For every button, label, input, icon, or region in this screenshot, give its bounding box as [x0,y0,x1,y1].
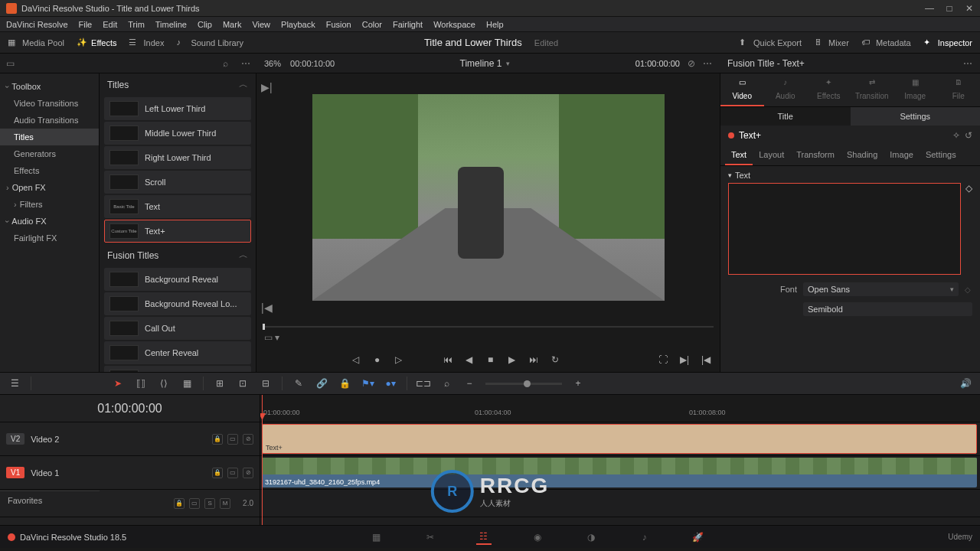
text-keyframe-icon[interactable]: ◇ [965,183,972,194]
favorites-section[interactable]: Favorites [0,491,100,510]
search-icon[interactable]: ⌕ [223,58,234,69]
clip-video[interactable]: 3192167-uhd_3840_2160_25fps.mp4 [262,458,977,487]
menu-timeline[interactable]: Timeline [155,20,187,29]
cat-fairlightfx[interactable]: Fairlight FX [0,230,99,246]
bypass-icon[interactable]: ⊘ [688,58,695,69]
menu-help[interactable]: Help [486,20,504,29]
text-tab-shading[interactable]: Shading [841,145,884,165]
viewer-zoom[interactable]: 36% [264,59,281,68]
timeline-ruler[interactable]: 01:00:00:00 01:00:04:00 01:00:08:00 [260,395,980,422]
viewer-scrubber[interactable] [256,321,720,332]
viewer-menu-icon[interactable]: ⋯ [703,58,712,69]
track-record-icon[interactable]: ▭ [189,498,200,509]
page-edit[interactable]: ☷ [476,530,492,545]
text-section-header[interactable]: ▾Text [728,171,972,180]
ft-center-reveal[interactable]: Center Reveal [104,341,251,364]
match-frame-icon[interactable]: ▶| [261,81,273,93]
font-keyframe-icon[interactable]: ◇ [965,285,972,294]
menu-view[interactable]: View [252,20,270,29]
page-media[interactable]: ▦ [369,530,384,545]
close-button[interactable]: ✕ [965,4,974,13]
goto-end-button[interactable]: ⏭ [528,354,540,366]
dynamic-trim-icon[interactable]: ⟨⟩ [157,377,171,390]
page-fairlight[interactable]: ♪ [637,530,652,545]
last-clip-icon[interactable]: |◀ [700,354,712,366]
title-item-text-plus[interactable]: Custom TitleText+ [104,220,251,243]
page-cut[interactable]: ✂ [423,530,438,545]
panel-view-icon[interactable]: ▭ [6,58,15,69]
track-v2[interactable]: Text+ [260,422,980,456]
text-tab-layout[interactable]: Layout [753,145,790,165]
cat-effects[interactable]: Effects [0,162,99,179]
keyframe-nav-icon[interactable]: ✧ [952,130,960,141]
cat-filters[interactable]: Filters [0,196,99,213]
search-timeline-icon[interactable]: ⌕ [439,377,453,390]
cat-video-transitions[interactable]: Video Transitions [0,95,99,112]
viewer-canvas[interactable] [312,94,665,301]
effects-toggle[interactable]: ✨Effects [77,37,116,48]
goto-start-button[interactable]: ⏮ [442,354,454,366]
mark-in-icon[interactable]: ● [371,354,384,366]
audiofx-group[interactable]: Audio FX [0,213,99,230]
cat-generators[interactable]: Generators [0,145,99,162]
text-tab-transform[interactable]: Transform [790,145,841,165]
ft-call-out[interactable]: Call Out [104,317,251,340]
quick-export-button[interactable]: ⬆Quick Export [739,37,802,48]
title-item-right-lower-third[interactable]: Right Lower Third [104,146,251,169]
title-item-scroll[interactable]: Scroll [104,171,251,194]
home-indicator[interactable]: DaVinci Resolve Studio 18.5 [8,533,126,542]
track-v1[interactable]: 3192167-uhd_3840_2160_25fps.mp4 [260,456,980,490]
track-lock-icon[interactable]: 🔒 [212,468,223,478]
page-color[interactable]: ◑ [583,530,599,545]
metadata-toggle[interactable]: 🏷Metadata [861,37,911,48]
zoom-slider[interactable] [485,383,562,385]
snap-icon[interactable]: ⊏⊐ [416,377,430,390]
fullscreen-icon[interactable]: ⛶ [657,354,669,366]
viewer-expand-icon[interactable]: |◀ [261,302,273,314]
track-lock-icon[interactable]: 🔒 [212,434,223,445]
track-header-v2[interactable]: V2 Video 2 🔒▭⊘ [0,422,260,456]
ft-clean-simple[interactable]: Clean and Simple [104,366,251,372]
blade-edit-icon[interactable]: ✎ [292,377,305,390]
text-tab-text[interactable]: Text [725,145,753,165]
text-tab-image[interactable]: Image [884,145,920,165]
flag-icon[interactable]: ⚑▾ [361,377,374,390]
timeline-view-options-icon[interactable]: ☰ [8,377,21,390]
page-deliver[interactable]: 🚀 [691,530,706,545]
menu-file[interactable]: File [79,20,93,29]
page-fusion[interactable]: ◉ [530,530,545,545]
menu-color[interactable]: Color [362,20,382,29]
cat-titles[interactable]: Titles [0,129,99,145]
sound-library-toggle[interactable]: ♪Sound Library [176,37,243,48]
ft-background-reveal[interactable]: Background Reveal [104,268,251,291]
node-enable-dot[interactable] [728,132,734,139]
font-select[interactable]: Open Sans▾ [803,282,959,296]
next-edit-icon[interactable]: ▷ [393,354,405,366]
menu-fairlight[interactable]: Fairlight [393,20,423,29]
audio-mute-icon[interactable]: 🔊 [959,377,972,390]
insp-tab-image[interactable]: ▦Image [893,73,937,106]
font-weight-select[interactable]: Semibold [803,302,972,316]
play-button[interactable]: ▶ [506,354,518,366]
zoom-in-icon[interactable]: + [571,377,585,390]
clip-text-plus[interactable]: Text+ [262,424,977,454]
title-item-middle-lower-third[interactable]: Middle Lower Third [104,122,251,145]
insp-tab-video[interactable]: ▭Video [720,73,764,106]
maximize-button[interactable]: □ [945,4,954,13]
menu-playback[interactable]: Playback [281,20,315,29]
menu-davinci[interactable]: DaVinci Resolve [6,20,68,29]
minimize-button[interactable]: — [925,4,934,13]
media-pool-toggle[interactable]: ▦Media Pool [8,37,64,48]
track-solo-icon[interactable]: S [204,498,215,509]
track-a1[interactable] [260,490,980,517]
trim-tool-icon[interactable]: ⟦⟧ [134,377,148,390]
menu-edit[interactable]: Edit [103,20,117,29]
menu-mark[interactable]: Mark [223,20,241,29]
ft-background-reveal-lo[interactable]: Background Reveal Lo... [104,292,251,315]
track-header-v1[interactable]: V1 Video 1 🔒▭⊘ [0,456,260,490]
titles-section-header[interactable]: Titles︿ [100,73,256,96]
menu-clip[interactable]: Clip [198,20,212,29]
playhead[interactable] [262,395,263,525]
title-item-left-lower-third[interactable]: Left Lower Third [104,97,251,120]
index-toggle[interactable]: ☰Index [129,37,164,48]
